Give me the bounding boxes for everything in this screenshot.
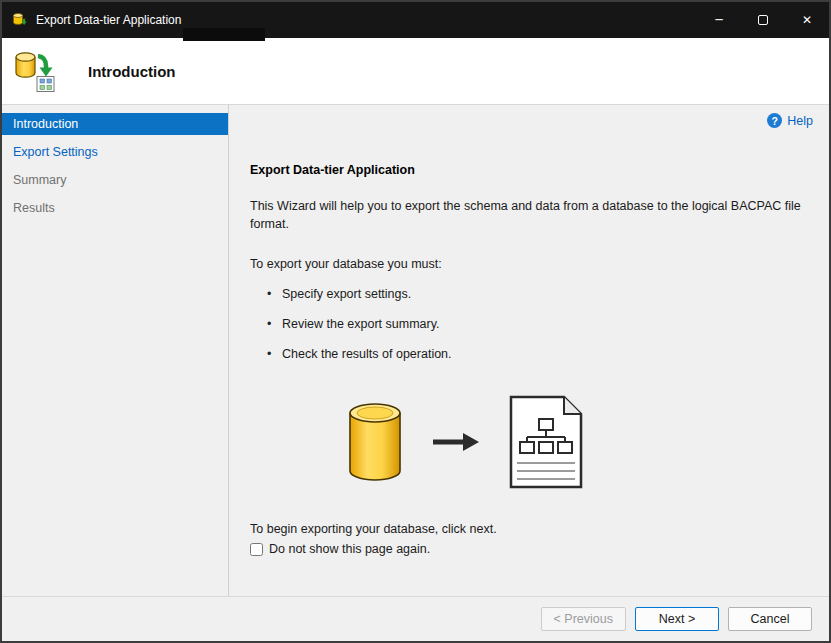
help-link[interactable]: ? Help [767,113,813,128]
arrow-right-icon [433,433,479,454]
hide-page-checkbox[interactable] [250,543,263,556]
hide-page-checkbox-label: Do not show this page again. [269,542,430,556]
close-button[interactable]: ✕ [785,2,829,38]
content-heading: Export Data-tier Application [250,163,809,177]
wizard-body: Introduction Export Settings Summary Res… [2,105,829,596]
list-item: Check the results of operation. [267,347,809,361]
title-bar: Export Data-tier Application ─ ✕ [2,2,829,38]
window-title: Export Data-tier Application [36,13,181,27]
wizard-content: ? Help Export Data-tier Application This… [229,105,829,596]
page-title: Introduction [88,63,175,80]
cancel-button[interactable]: Cancel [728,607,812,631]
database-cylinder-icon [347,401,403,486]
previous-button[interactable]: < Previous [541,607,626,631]
help-label: Help [787,114,813,128]
maximize-icon [758,15,768,25]
close-icon: ✕ [802,13,812,27]
sidebar-item-introduction[interactable]: Introduction [2,113,228,135]
bacpac-file-icon [509,395,583,492]
wizard-header: Introduction [2,38,829,105]
app-database-export-icon [12,12,28,28]
maximize-button[interactable] [741,2,785,38]
minimize-icon: ─ [715,13,722,27]
sidebar-item-results[interactable]: Results [2,197,228,219]
requirements-label: To export your database you must: [250,257,809,271]
export-illustration [347,395,809,492]
intro-paragraph: This Wizard will help you to export the … [250,197,809,233]
help-icon: ? [767,113,782,128]
minimize-button[interactable]: ─ [697,2,741,38]
sidebar-item-export-settings[interactable]: Export Settings [2,141,228,163]
requirements-list: Specify export settings. Review the expo… [250,287,809,361]
database-export-icon [14,49,60,93]
sidebar-item-summary[interactable]: Summary [2,169,228,191]
hide-page-checkbox-row[interactable]: Do not show this page again. [250,542,809,556]
begin-text: To begin exporting your database, click … [250,522,809,536]
export-wizard-window: Export Data-tier Application ─ ✕ [0,0,831,643]
list-item: Specify export settings. [267,287,809,301]
decorative-dark-strip [183,28,265,41]
wizard-footer: < Previous Next > Cancel [2,596,829,641]
wizard-steps-sidebar: Introduction Export Settings Summary Res… [2,105,229,596]
next-button[interactable]: Next > [635,607,719,631]
list-item: Review the export summary. [267,317,809,331]
